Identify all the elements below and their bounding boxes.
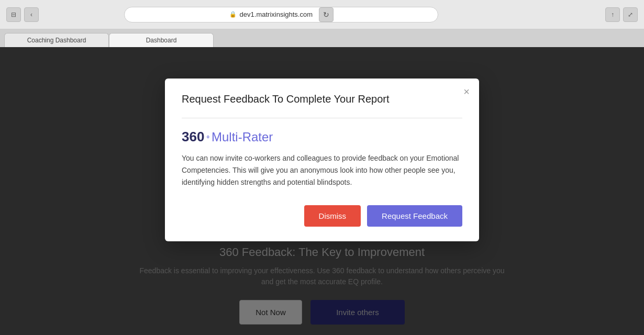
back-button[interactable]: ‹ (24, 7, 39, 22)
dismiss-button[interactable]: Dismiss (304, 205, 361, 227)
modal-360-heading: 360° Multi-Rater (182, 129, 462, 145)
modal-actions: Dismiss Request Feedback (182, 205, 462, 227)
browser-actions: ↑ ⤢ (605, 7, 638, 22)
share-icon: ↑ (611, 11, 614, 18)
extend-button[interactable]: ⤢ (623, 7, 638, 22)
request-feedback-button[interactable]: Request Feedback (367, 205, 462, 227)
heading-360-text: 360 (182, 129, 204, 145)
heading-multirater-text: Multi-Rater (212, 130, 273, 144)
reload-button[interactable]: ↻ (319, 7, 334, 22)
modal-divider (182, 118, 462, 118)
share-button[interactable]: ↑ (605, 7, 620, 22)
url-text: dev1.matrixinsights.com (240, 10, 313, 18)
reload-icon: ↻ (323, 10, 329, 19)
heading-degree-symbol: ° (206, 135, 209, 143)
browser-tabs: Coaching Dashboard Dashboard (0, 29, 644, 47)
tab-dashboard-label: Dashboard (146, 37, 177, 44)
browser-controls: ⊟ ‹ (6, 7, 39, 22)
address-bar[interactable]: 🔒 dev1.matrixinsights.com ↻ (124, 7, 438, 23)
app-container: matrix insights ⌂ Home 👤 Personal ↗ Deve… (0, 47, 644, 335)
modal-title: Request Feedback To Complete Your Report (182, 93, 462, 105)
modal-dialog: × Request Feedback To Complete Your Repo… (165, 79, 479, 241)
extend-icon: ⤢ (628, 11, 633, 18)
browser-chrome: ⊟ ‹ 🔒 dev1.matrixinsights.com ↻ ↑ ⤢ (0, 0, 644, 29)
tab-coaching-dashboard[interactable]: Coaching Dashboard (4, 33, 109, 47)
tab-dashboard[interactable]: Dashboard (109, 33, 214, 47)
modal-overlay: × Request Feedback To Complete Your Repo… (0, 47, 644, 335)
back-icon: ‹ (30, 11, 32, 18)
tab-coaching-dashboard-label: Coaching Dashboard (27, 37, 86, 44)
sidebar-icon: ⊟ (11, 11, 16, 18)
sidebar-toggle-button[interactable]: ⊟ (6, 7, 21, 22)
modal-close-button[interactable]: × (463, 86, 470, 98)
modal-body-text: You can now invite co-workers and collea… (182, 152, 462, 188)
lock-icon: 🔒 (229, 11, 237, 18)
